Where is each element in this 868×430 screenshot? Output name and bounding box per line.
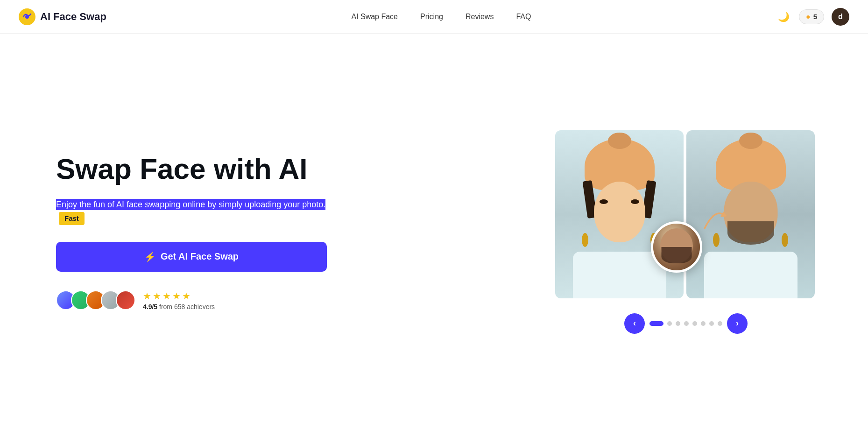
rating-label: from — [159, 303, 174, 310]
rating-info: ★ ★ ★ ★ ★ 4.9/5 from 658 achievers — [143, 290, 215, 310]
social-proof: ★ ★ ★ ★ ★ 4.9/5 from 658 achievers — [56, 290, 346, 310]
achievers-label: achievers — [187, 303, 215, 310]
nav-reviews[interactable]: Reviews — [466, 13, 494, 21]
lightning-icon: ⚡ — [144, 251, 156, 262]
circle-face-inner — [653, 224, 700, 270]
dot-2[interactable] — [667, 321, 672, 326]
carousel-dots — [649, 321, 722, 326]
face-woman — [594, 182, 645, 242]
after-image — [686, 130, 815, 298]
star-4: ★ — [172, 290, 181, 302]
eye-left — [600, 199, 608, 204]
dot-1[interactable] — [649, 321, 663, 326]
svg-point-1 — [25, 15, 29, 19]
dot-5[interactable] — [692, 321, 697, 326]
hero-right: ‹ › — [541, 130, 831, 334]
rating-text: 4.9/5 from 658 achievers — [143, 303, 215, 310]
face-swap-circle — [651, 221, 702, 273]
user-avatar[interactable]: d — [832, 8, 849, 26]
carousel-controls: ‹ › — [624, 313, 748, 334]
dot-6[interactable] — [701, 321, 706, 326]
eye-right — [631, 199, 639, 204]
nav-ai-swap-face[interactable]: AI Swap Face — [351, 13, 398, 21]
credits-count: 5 — [813, 13, 817, 21]
beard — [727, 221, 774, 245]
nav-pricing[interactable]: Pricing — [420, 13, 443, 21]
dark-mode-button[interactable]: 🌙 — [776, 9, 791, 24]
review-count: 658 — [174, 303, 185, 310]
avatars-group — [56, 290, 135, 310]
star-3: ★ — [162, 290, 171, 302]
hero-left: Swap Face with AI Enjoy the fun of AI fa… — [56, 153, 346, 310]
turban-knot-before — [608, 133, 631, 149]
brand-name: AI Face Swap — [40, 11, 106, 23]
circle-beard — [662, 247, 692, 263]
star-1: ★ — [143, 290, 151, 302]
dot-3[interactable] — [676, 321, 680, 326]
coin-icon: ● — [806, 13, 811, 21]
hero-description-text: Enjoy the fun of AI face swapping online… — [56, 199, 325, 210]
nav-links: AI Swap Face Pricing Reviews FAQ — [351, 13, 531, 21]
stars: ★ ★ ★ ★ ★ — [143, 290, 215, 302]
cta-label: Get AI Face Swap — [161, 251, 239, 262]
hero-title: Swap Face with AI — [56, 153, 346, 185]
turban-knot-after — [739, 133, 762, 149]
image-comparison — [555, 130, 817, 298]
carousel-next[interactable]: › — [727, 313, 748, 334]
rating-score: 4.9/5 — [143, 303, 157, 310]
earring-left — [582, 233, 588, 247]
avatar-5 — [116, 290, 135, 310]
logo-icon — [19, 8, 35, 25]
before-image — [555, 130, 684, 298]
cta-button[interactable]: ⚡ Get AI Face Swap — [56, 242, 327, 272]
hero-section: Swap Face with AI Enjoy the fun of AI fa… — [0, 34, 868, 430]
navbar: AI Face Swap AI Swap Face Pricing Review… — [0, 0, 868, 34]
fast-badge: Fast — [59, 212, 85, 225]
body-after — [704, 252, 797, 298]
header-right: 🌙 ● 5 d — [776, 8, 849, 26]
credits-badge[interactable]: ● 5 — [799, 9, 824, 24]
man-earring-right — [782, 233, 788, 247]
star-2: ★ — [153, 290, 161, 302]
dot-8[interactable] — [718, 321, 722, 326]
body-before — [573, 252, 666, 298]
brand-logo[interactable]: AI Face Swap — [19, 8, 106, 25]
dot-4[interactable] — [684, 321, 689, 326]
carousel-prev[interactable]: ‹ — [624, 313, 645, 334]
man-earring-left — [713, 233, 720, 247]
nav-faq[interactable]: FAQ — [516, 13, 531, 21]
star-5: ★ — [182, 290, 191, 302]
dot-7[interactable] — [709, 321, 714, 326]
hero-description: Enjoy the fun of AI face swapping online… — [56, 198, 346, 225]
